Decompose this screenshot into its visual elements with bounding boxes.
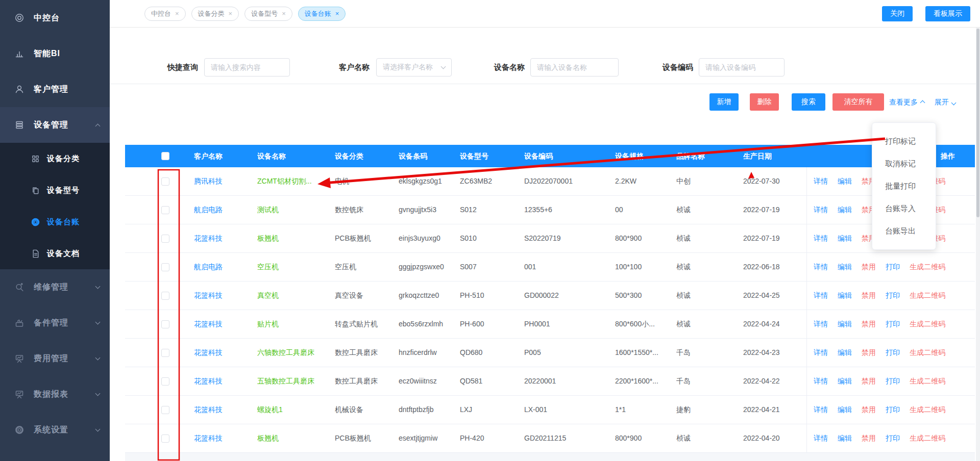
action-print-link[interactable]: 打印 bbox=[886, 339, 900, 367]
cell-customer-name[interactable]: 花篮科技 bbox=[194, 224, 257, 252]
cell-customer-name[interactable]: 航启电路 bbox=[194, 253, 257, 281]
quick-search-input[interactable] bbox=[204, 58, 290, 76]
action-qrcode-link[interactable]: 生成二维码 bbox=[910, 339, 945, 367]
tab-close-icon[interactable]: × bbox=[335, 10, 339, 17]
action-edit-link[interactable]: 编辑 bbox=[838, 253, 852, 281]
action-print-link[interactable]: 打印 bbox=[886, 396, 900, 424]
action-edit-link[interactable]: 编辑 bbox=[838, 396, 852, 424]
sidebar-item-repair-mgmt[interactable]: 维修管理 bbox=[0, 269, 110, 305]
row-checkbox[interactable] bbox=[161, 292, 169, 300]
action-qrcode-link[interactable]: 生成二维码 bbox=[910, 253, 945, 281]
action-edit-link[interactable]: 编辑 bbox=[838, 281, 852, 310]
tab-device-model[interactable]: 设备型号 × bbox=[244, 7, 292, 21]
tab-close-icon[interactable]: × bbox=[175, 10, 179, 17]
cell-device-name[interactable]: 空压机 bbox=[257, 253, 335, 281]
tab-device-ledger[interactable]: 设备台账 × bbox=[298, 7, 346, 21]
action-edit-link[interactable]: 编辑 bbox=[838, 367, 852, 395]
action-print-link[interactable]: 打印 bbox=[886, 281, 900, 310]
device-code-input[interactable] bbox=[699, 58, 785, 76]
cell-device-name[interactable]: 螺旋机1 bbox=[257, 396, 335, 424]
cell-device-name[interactable]: 六轴数控工具磨床 bbox=[257, 339, 335, 367]
sidebar-item-customer-mgmt[interactable]: 客户管理 bbox=[0, 71, 110, 107]
cell-customer-name[interactable]: 腾讯科技 bbox=[194, 167, 257, 195]
cell-customer-name[interactable]: 花篮科技 bbox=[194, 339, 257, 367]
menu-item-ledger-import[interactable]: 台账导入 bbox=[872, 197, 936, 220]
action-disable-link[interactable]: 禁用 bbox=[862, 281, 876, 310]
action-disable-link[interactable]: 禁用 bbox=[862, 396, 876, 424]
delete-button[interactable]: 删除 bbox=[750, 93, 779, 111]
cell-customer-name[interactable]: 航启电路 bbox=[194, 196, 257, 224]
menu-item-cancel-mark[interactable]: 取消标记 bbox=[872, 152, 936, 175]
action-detail-link[interactable]: 详情 bbox=[814, 310, 828, 338]
action-qrcode-link[interactable]: 生成二维码 bbox=[910, 281, 945, 310]
row-checkbox[interactable] bbox=[161, 206, 169, 214]
sidebar-item-system-settings[interactable]: 系统设置 bbox=[0, 412, 110, 448]
scrollbar-thumb[interactable] bbox=[976, 29, 979, 217]
tab-close-icon[interactable]: × bbox=[282, 10, 286, 17]
expand-link[interactable]: 展开 bbox=[935, 93, 955, 111]
action-detail-link[interactable]: 详情 bbox=[814, 224, 828, 252]
action-disable-link[interactable]: 禁用 bbox=[862, 253, 876, 281]
sidebar-item-device-mgmt[interactable]: 设备管理 bbox=[0, 107, 110, 143]
cell-device-name[interactable]: ZCMT铝材切割... bbox=[257, 167, 335, 195]
cell-customer-name[interactable]: 花篮科技 bbox=[194, 281, 257, 310]
row-checkbox[interactable] bbox=[161, 349, 169, 357]
cell-customer-name[interactable]: 花篮科技 bbox=[194, 396, 257, 424]
action-edit-link[interactable]: 编辑 bbox=[838, 167, 852, 195]
action-qrcode-link[interactable]: 生成二维码 bbox=[910, 310, 945, 338]
action-detail-link[interactable]: 详情 bbox=[814, 424, 828, 452]
action-detail-link[interactable]: 详情 bbox=[814, 281, 828, 310]
action-edit-link[interactable]: 编辑 bbox=[838, 224, 852, 252]
row-checkbox[interactable] bbox=[161, 406, 169, 414]
row-checkbox[interactable] bbox=[161, 377, 169, 386]
action-detail-link[interactable]: 详情 bbox=[814, 339, 828, 367]
row-checkbox[interactable] bbox=[161, 434, 169, 443]
action-qrcode-link[interactable]: 生成二维码 bbox=[910, 396, 945, 424]
action-disable-link[interactable]: 禁用 bbox=[862, 424, 876, 452]
search-button[interactable]: 搜索 bbox=[792, 93, 825, 111]
cell-device-name[interactable]: 贴片机 bbox=[257, 310, 335, 338]
action-detail-link[interactable]: 详情 bbox=[814, 367, 828, 395]
cell-device-name[interactable]: 板翘机 bbox=[257, 224, 335, 252]
action-disable-link[interactable]: 禁用 bbox=[862, 310, 876, 338]
clear-all-button[interactable]: 清空所有 bbox=[832, 93, 884, 111]
action-print-link[interactable]: 打印 bbox=[886, 367, 900, 395]
close-button[interactable]: 关闭 bbox=[882, 6, 913, 21]
cell-device-name[interactable]: 真空机 bbox=[257, 281, 335, 310]
action-edit-link[interactable]: 编辑 bbox=[838, 424, 852, 452]
action-print-link[interactable]: 打印 bbox=[886, 310, 900, 338]
sidebar-item-device-docs[interactable]: 设备文档 bbox=[0, 238, 110, 269]
tab-device-category[interactable]: 设备分类 × bbox=[191, 7, 239, 21]
action-print-link[interactable]: 打印 bbox=[886, 253, 900, 281]
device-name-input[interactable] bbox=[530, 58, 619, 76]
action-detail-link[interactable]: 详情 bbox=[814, 196, 828, 224]
board-display-button[interactable]: 看板展示 bbox=[925, 6, 970, 21]
tab-console[interactable]: 中控台 × bbox=[144, 7, 186, 21]
customer-name-select[interactable]: 请选择客户名称 bbox=[376, 58, 452, 76]
select-all-checkbox[interactable] bbox=[161, 152, 169, 160]
row-checkbox[interactable] bbox=[161, 263, 169, 271]
row-checkbox[interactable] bbox=[161, 320, 169, 328]
action-edit-link[interactable]: 编辑 bbox=[838, 196, 852, 224]
sidebar-item-spare-parts-mgmt[interactable]: 备件管理 bbox=[0, 305, 110, 341]
cell-device-name[interactable]: 板翘机 bbox=[257, 424, 335, 452]
action-edit-link[interactable]: 编辑 bbox=[838, 339, 852, 367]
sidebar-item-smart-bi[interactable]: 智能BI bbox=[0, 36, 110, 71]
cell-device-name[interactable]: 测试机 bbox=[257, 196, 335, 224]
action-qrcode-link[interactable]: 生成二维码 bbox=[910, 367, 945, 395]
cell-device-name[interactable]: 五轴数控工具磨床 bbox=[257, 367, 335, 395]
action-detail-link[interactable]: 详情 bbox=[814, 253, 828, 281]
action-print-link[interactable]: 打印 bbox=[886, 424, 900, 452]
view-more-link[interactable]: 查看更多 bbox=[889, 93, 924, 111]
menu-item-print-mark[interactable]: 打印标记 bbox=[872, 130, 936, 152]
action-detail-link[interactable]: 详情 bbox=[814, 167, 828, 195]
scrollbar-track[interactable] bbox=[976, 28, 980, 461]
sidebar-item-device-ledger[interactable]: 设备台账 bbox=[0, 206, 110, 238]
row-checkbox[interactable] bbox=[161, 235, 169, 243]
action-edit-link[interactable]: 编辑 bbox=[838, 310, 852, 338]
cell-customer-name[interactable]: 花篮科技 bbox=[194, 310, 257, 338]
cell-customer-name[interactable]: 花篮科技 bbox=[194, 424, 257, 452]
row-checkbox[interactable] bbox=[161, 177, 169, 186]
menu-item-batch-print[interactable]: 批量打印 bbox=[872, 175, 936, 197]
action-detail-link[interactable]: 详情 bbox=[814, 396, 828, 424]
